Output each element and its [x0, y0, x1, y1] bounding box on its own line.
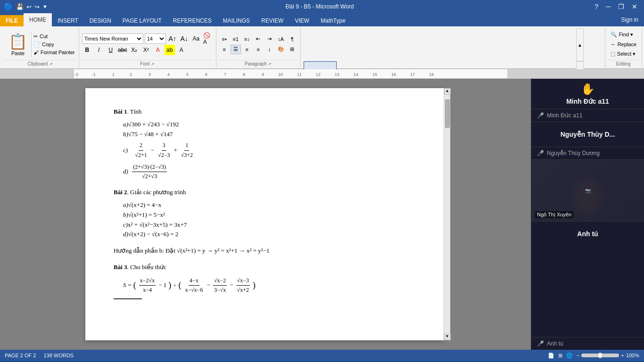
exercise-1d: d) (2+√3)·(2−√3) √2+√3: [123, 163, 415, 181]
exercise-1: Bài 1. Tính a)√300 + √243 − √192 b)√75 −…: [114, 107, 415, 181]
format-painter-button[interactable]: 🖌 Format Painter: [33, 49, 76, 56]
view-layout-icon[interactable]: ⊞: [558, 353, 562, 359]
find-icon: 🔍: [611, 32, 617, 38]
vertical-scrollbar[interactable]: ▲ ▼: [444, 88, 450, 340]
font-color-button[interactable]: A: [153, 45, 163, 55]
tab-review[interactable]: REVIEW: [256, 15, 289, 26]
styles-scroll-up[interactable]: ▲: [576, 28, 584, 61]
exercise-2d: d)√(x+2) − √(x−6) = 2: [123, 230, 415, 239]
zoom-level: 100%: [626, 353, 639, 358]
participant-2-name-big: Nguyễn Thùy D...: [535, 126, 640, 143]
zoom-out-button[interactable]: −: [577, 353, 579, 358]
clear-formatting-button[interactable]: 🚫A: [203, 33, 213, 44]
close-button[interactable]: ✕: [629, 3, 640, 10]
cam-label: Ngô Thị Xuyên: [535, 211, 573, 218]
sign-in-button[interactable]: Sign in: [615, 15, 644, 25]
bold-button[interactable]: B: [82, 45, 92, 55]
svg-text:6: 6: [205, 72, 207, 77]
tab-home[interactable]: HOME: [24, 13, 52, 26]
line-spacing-button[interactable]: ↕: [264, 45, 275, 54]
show-formatting-button[interactable]: ¶: [287, 34, 297, 44]
zoom-in-button[interactable]: +: [621, 353, 624, 358]
font-size-selector[interactable]: 14: [145, 33, 166, 44]
participant-2-small: 🎤 Nguyễn Thùy Dương: [531, 147, 644, 159]
minimize-button[interactable]: ─: [603, 3, 613, 10]
tab-file[interactable]: FILE: [0, 15, 24, 26]
align-left-button[interactable]: ≡: [219, 45, 230, 54]
zoom-thumb[interactable]: [597, 353, 603, 358]
replace-button[interactable]: ↔ Replace: [608, 40, 639, 49]
svg-text:16: 16: [391, 72, 396, 77]
increase-indent-button[interactable]: ⇥: [264, 34, 275, 44]
italic-button[interactable]: I: [94, 45, 104, 55]
numbering-button[interactable]: ≡1: [231, 34, 241, 44]
select-label: Select ▾: [617, 51, 636, 57]
editing-label: Editing: [608, 60, 639, 66]
customize-icon[interactable]: ▼: [42, 4, 48, 9]
word-icon: 🔵: [4, 2, 13, 11]
scroll-up-button[interactable]: ▲: [444, 88, 451, 95]
multilevel-button[interactable]: ≡↕: [242, 34, 252, 44]
scroll-down-button[interactable]: ▼: [444, 334, 451, 340]
paste-button[interactable]: 📋 Paste: [5, 32, 32, 57]
shading-button[interactable]: 🎨: [276, 45, 286, 54]
document-page[interactable]: Bài 1. Tính a)√300 + √243 − √192 b)√75 −…: [85, 88, 444, 340]
subscript-button[interactable]: X₂: [129, 45, 140, 55]
align-right-button[interactable]: ≡: [242, 45, 252, 54]
tab-mailings[interactable]: MAILINGS: [217, 15, 256, 26]
exercise-2c: c)x² + √(x²−3x+5) = 3x+7: [123, 220, 415, 230]
copy-button[interactable]: 📄 Copy: [33, 41, 76, 48]
tab-mathtype[interactable]: MathType: [315, 15, 351, 26]
ribbon-tabs: FILE HOME INSERT DESIGN PAGE LAYOUT REFE…: [0, 13, 644, 26]
borders-button[interactable]: ⊞: [287, 45, 297, 54]
svg-text:12: 12: [316, 72, 321, 77]
quick-access-toolbar: 💾 ↩ ↪ ▼: [16, 3, 48, 10]
restore-button[interactable]: ❐: [615, 3, 627, 10]
participant-3-mic-icon: 🎤: [537, 340, 544, 347]
scroll-track[interactable]: [444, 95, 450, 334]
sort-button[interactable]: ↕A: [276, 34, 286, 44]
grow-font-button[interactable]: A↑: [167, 33, 178, 44]
scroll-thumb[interactable]: [445, 99, 450, 128]
text-effect-button[interactable]: A: [176, 45, 187, 55]
cut-button[interactable]: ✂ Cut: [33, 33, 76, 40]
font-name-selector[interactable]: Times New Roman: [82, 33, 143, 44]
window-controls: ? ─ ❐ ✕: [592, 3, 640, 10]
clipboard-content: 📋 Paste ✂ Cut 📄 Copy 🖌 Format Painter: [5, 28, 76, 60]
select-button[interactable]: ⬚ Select ▾: [608, 49, 639, 58]
highlight-button[interactable]: ab: [165, 45, 175, 55]
zoom-slider[interactable]: [581, 354, 619, 357]
participant-3-name-small: Anh tú: [547, 340, 563, 347]
redo-icon[interactable]: ↪: [34, 3, 40, 10]
decrease-indent-button[interactable]: ⇤: [253, 34, 264, 44]
change-case-button[interactable]: Aa: [191, 33, 201, 44]
ruler-svg: -2 -1 1 2 3 4 5 6 7 8 9 10 11 12 13 14 1…: [0, 69, 644, 79]
tab-page-layout[interactable]: PAGE LAYOUT: [117, 15, 167, 26]
tab-references[interactable]: REFERENCES: [167, 15, 217, 26]
view-normal-icon[interactable]: 📄: [548, 353, 554, 359]
shrink-font-button[interactable]: A↓: [179, 33, 190, 44]
bullets-button[interactable]: ≡•: [219, 34, 230, 44]
strikethrough-button[interactable]: abc: [117, 45, 128, 55]
svg-text:1: 1: [112, 72, 115, 77]
justify-button[interactable]: ≡: [253, 45, 264, 54]
underline-button[interactable]: U: [106, 45, 116, 55]
page-indicator: PAGE 2 OF 2: [5, 353, 36, 358]
find-button[interactable]: 🔍 Find ▾: [608, 30, 639, 39]
superscript-button[interactable]: X²: [141, 45, 151, 55]
view-web-icon[interactable]: 🌐: [566, 353, 573, 359]
svg-text:9: 9: [262, 72, 264, 77]
tab-design[interactable]: DESIGN: [84, 15, 117, 26]
document-area[interactable]: Bài 1. Tính a)√300 + √243 − √192 b)√75 −…: [0, 79, 531, 350]
tab-view[interactable]: VIEW: [289, 15, 315, 26]
fraction-s1: x−2√x x−4: [139, 276, 156, 295]
tab-insert[interactable]: INSERT: [52, 15, 84, 26]
help-button[interactable]: ?: [592, 3, 601, 10]
undo-icon[interactable]: ↩: [26, 3, 32, 10]
svg-text:7: 7: [224, 72, 226, 77]
save-icon[interactable]: 💾: [16, 3, 24, 10]
svg-text:-1: -1: [92, 72, 96, 77]
align-center-button[interactable]: ☰: [231, 45, 241, 54]
exercise-2-heading: Bài 2. Giải các phương trình: [114, 188, 415, 197]
font-content: Times New Roman 14 A↑ A↓ Aa 🚫A B I U: [82, 28, 213, 60]
